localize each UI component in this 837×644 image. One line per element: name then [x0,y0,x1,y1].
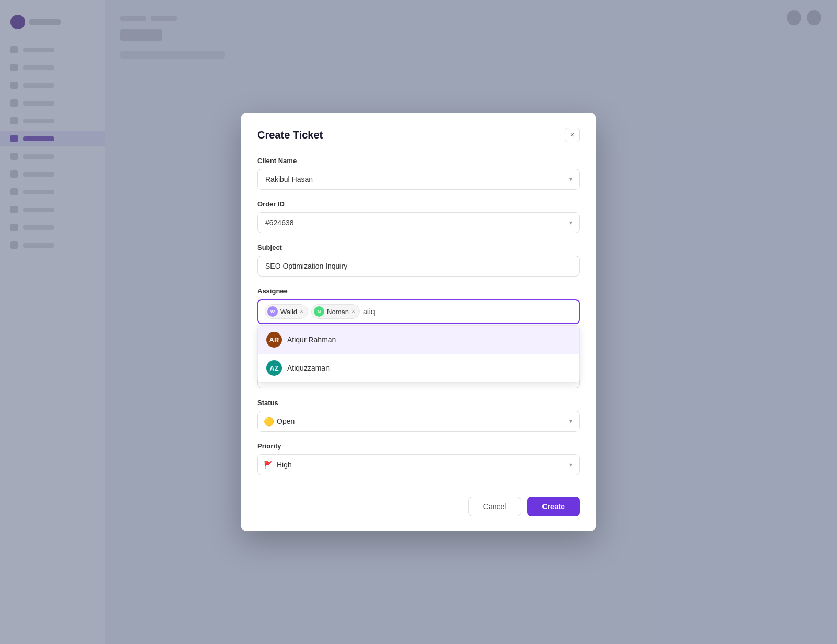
cancel-button[interactable]: Cancel [468,497,522,516]
status-group: Status Open 🟡 ▾ [257,399,580,432]
walid-avatar: W [267,306,278,317]
client-name-select[interactable]: Rakibul Hasan [257,169,580,190]
priority-label: Priority [257,442,580,450]
modal-header: Create Ticket × [241,113,596,153]
close-button[interactable]: × [565,128,580,142]
modal-body: Client Name Rakibul Hasan ▾ Order ID #62… [241,153,596,488]
modal-title: Create Ticket [257,129,323,141]
assignee-search-input[interactable] [363,306,572,317]
order-id-select-wrapper: #624638 ▾ [257,212,580,233]
assignee-tag-noman: N Noman × [311,304,360,319]
modal-footer: Cancel Create [241,488,596,531]
status-select-wrapper: Open 🟡 ▾ [257,411,580,432]
order-id-group: Order ID #624638 ▾ [257,200,580,233]
modal-overlay: Create Ticket × Client Name Rakibul Hasa… [0,0,837,644]
atiquzzaman-avatar: AZ [266,360,282,376]
create-button[interactable]: Create [527,497,580,516]
priority-select[interactable]: High [257,454,580,475]
assignee-suggestions-dropdown: AR Atiqur Rahman AZ Atiquzzaman [257,325,580,383]
noman-tag-name: Noman [327,308,349,316]
walid-tag-name: Walid [280,308,297,316]
noman-avatar: N [314,306,324,317]
order-id-label: Order ID [257,200,580,208]
priority-group: Priority High 🚩 ▾ [257,442,580,475]
client-name-select-wrapper: Rakibul Hasan ▾ [257,169,580,190]
subject-label: Subject [257,244,580,251]
assignee-tag-walid: W Walid × [265,304,308,319]
noman-remove-button[interactable]: × [352,308,355,315]
suggestion-atiquzzaman[interactable]: AZ Atiquzzaman [258,354,579,382]
assignee-label: Assignee [257,287,580,295]
suggestion-atiqur-rahman[interactable]: AR Atiqur Rahman [258,326,579,354]
subject-group: Subject [257,244,580,277]
client-name-label: Client Name [257,157,580,165]
status-label: Status [257,399,580,407]
assignee-group: Assignee W Walid × N Noman × [257,287,580,324]
priority-select-wrapper: High 🚩 ▾ [257,454,580,475]
atiqur-avatar: AR [266,332,282,348]
walid-remove-button[interactable]: × [300,308,303,315]
subject-input[interactable] [257,256,580,277]
create-ticket-modal: Create Ticket × Client Name Rakibul Hasa… [241,113,596,531]
status-select[interactable]: Open [257,411,580,432]
order-id-select[interactable]: #624638 [257,212,580,233]
atiqur-name: Atiqur Rahman [287,336,336,344]
client-name-group: Client Name Rakibul Hasan ▾ [257,157,580,190]
atiquzzaman-name: Atiquzzaman [287,364,330,372]
assignee-field[interactable]: W Walid × N Noman × AR [257,299,580,324]
